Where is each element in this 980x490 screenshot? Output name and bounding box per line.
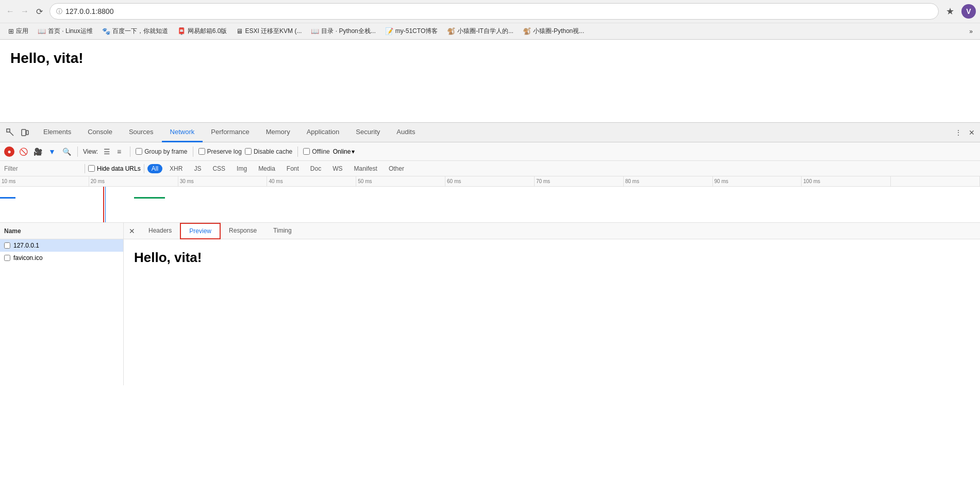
filter-type-font[interactable]: Font	[283, 164, 303, 173]
filter-type-doc[interactable]: Doc	[306, 164, 325, 173]
svg-line-1	[10, 132, 13, 136]
name-row-127-label: 127.0.0.1	[13, 242, 39, 249]
bookmark-python[interactable]: 📖 目录 · Python全栈...	[307, 25, 379, 37]
filter-type-ws[interactable]: WS	[328, 164, 346, 173]
detail-tab-response[interactable]: Response	[221, 223, 265, 239]
toggle-device-button[interactable]	[19, 126, 31, 139]
bookmark-51cto-label: my-51CTO博客	[395, 27, 438, 36]
filter-type-img[interactable]: Img	[232, 164, 251, 173]
disable-cache-checkbox[interactable]	[245, 148, 252, 155]
select-element-button[interactable]	[4, 126, 16, 139]
bookmark-51cto[interactable]: 📝 my-51CTO博客	[381, 25, 442, 37]
filter-type-js[interactable]: JS	[190, 164, 205, 173]
preview-hello-vita: Hello, vita!	[134, 250, 970, 266]
name-list: 127.0.0.1 favicon.ico	[0, 239, 123, 385]
tab-memory[interactable]: Memory	[258, 123, 298, 142]
tab-network[interactable]: Network	[162, 123, 203, 142]
filter-separator-1	[85, 164, 85, 173]
devtools-close-button[interactable]: ✕	[966, 126, 978, 139]
search-button[interactable]: 🔍	[61, 146, 72, 157]
bookmark-xiaoyuan2-label: 小猿圈-Python视...	[533, 27, 584, 36]
bookmarks-bar: ⊞ 应用 📖 首页 · Linux运维 🐾 百度一下，你就知道 📮 网易邮箱6.…	[0, 23, 980, 39]
toolbar-separator-3	[193, 146, 193, 157]
timeline-vline-red	[103, 187, 104, 223]
offline-label[interactable]: Offline	[303, 148, 329, 155]
timeline-vline-blue	[105, 187, 106, 223]
disable-cache-label[interactable]: Disable cache	[245, 148, 292, 155]
detail-close-button[interactable]: ✕	[124, 223, 140, 239]
clear-button[interactable]: 🚫	[18, 146, 29, 157]
avatar: V	[961, 4, 976, 19]
tab-elements[interactable]: Elements	[35, 123, 79, 142]
tab-security[interactable]: Security	[347, 123, 388, 142]
camera-button[interactable]: 🎥	[32, 146, 43, 157]
online-dropdown[interactable]: Online ▾	[333, 148, 355, 155]
timeline-ruler: 10 ms 20 ms 30 ms 40 ms 50 ms 60 ms 70 m…	[0, 176, 980, 187]
tick-end	[891, 176, 980, 186]
filter-type-other[interactable]: Other	[385, 164, 408, 173]
group-by-frame-checkbox[interactable]	[136, 148, 142, 155]
detail-tab-headers[interactable]: Headers	[140, 223, 180, 239]
book-icon: 📖	[38, 27, 46, 35]
tick-80ms: 80 ms	[624, 176, 713, 186]
filter-type-media[interactable]: Media	[254, 164, 279, 173]
group-by-frame-label[interactable]: Group by frame	[136, 148, 187, 155]
filter-type-xhr[interactable]: XHR	[165, 164, 187, 173]
bookmark-linux[interactable]: 📖 首页 · Linux运维	[34, 25, 97, 37]
offline-checkbox[interactable]	[303, 148, 310, 155]
svg-rect-2	[22, 129, 26, 136]
bookmark-xiaoyuan2[interactable]: 🐒 小猿圈-Python视...	[519, 25, 588, 37]
bookmark-esxi[interactable]: 🖥 ESXI 迁移至KVM (...	[232, 25, 306, 37]
bookmark-more-button[interactable]: »	[966, 26, 976, 37]
bookmark-email[interactable]: 📮 网易邮箱6.0版	[173, 25, 231, 37]
page-content: Hello, vita!	[0, 40, 980, 122]
tab-audits[interactable]: Audits	[388, 123, 423, 142]
bookmark-baidu[interactable]: 🐾 百度一下，你就知道	[98, 25, 172, 37]
devtools-more-button[interactable]: ⋮	[952, 126, 965, 139]
bookmark-baidu-label: 百度一下，你就知道	[112, 27, 168, 36]
detail-tab-preview[interactable]: Preview	[180, 223, 221, 239]
address-bar[interactable]: ⓘ 127.0.0.1:8800	[49, 3, 939, 20]
hide-data-urls-label[interactable]: Hide data URLs	[88, 165, 141, 172]
back-button[interactable]: ←	[4, 5, 16, 18]
tick-20ms: 20 ms	[89, 176, 178, 186]
list-view-button[interactable]: ☰	[101, 146, 112, 157]
forward-button[interactable]: →	[19, 5, 31, 18]
url-text: 127.0.0.1:8800	[65, 7, 932, 15]
name-row-127-checkbox[interactable]	[4, 242, 10, 249]
record-button[interactable]: ●	[4, 146, 14, 157]
waterfall-view-button[interactable]: ≡	[113, 146, 125, 157]
filter-type-css[interactable]: CSS	[208, 164, 229, 173]
tab-performance[interactable]: Performance	[203, 123, 257, 142]
browser-chrome: ← → ⟳ ⓘ 127.0.0.1:8800 ★ V ⊞ 应用 📖 首页 · L…	[0, 0, 980, 40]
preserve-log-checkbox[interactable]	[198, 148, 205, 155]
name-row-favicon-checkbox[interactable]	[4, 255, 10, 261]
tab-console[interactable]: Console	[79, 123, 121, 142]
view-label: View:	[83, 148, 98, 155]
filter-type-manifest[interactable]: Manifest	[350, 164, 381, 173]
tab-application[interactable]: Application	[298, 123, 348, 142]
bookmark-xiaoyuan1[interactable]: 🐒 小猿圈-IT自学人的...	[443, 25, 518, 37]
bookmark-apps[interactable]: ⊞ 应用	[4, 25, 32, 37]
bookmark-esxi-label: ESXI 迁移至KVM (...	[245, 27, 302, 36]
reload-button[interactable]: ⟳	[33, 5, 45, 18]
preserve-log-label[interactable]: Preserve log	[198, 148, 242, 155]
name-row-favicon[interactable]: favicon.ico	[0, 252, 123, 264]
tick-60ms: 60 ms	[445, 176, 535, 186]
tab-sources[interactable]: Sources	[121, 123, 162, 142]
toolbar-separator-2	[130, 146, 130, 157]
timeline-area: 10 ms 20 ms 30 ms 40 ms 50 ms 60 ms 70 m…	[0, 176, 980, 223]
detail-panel: ✕ Headers Preview Response Timing Hello,…	[124, 223, 980, 385]
baidu-icon: 🐾	[102, 27, 110, 35]
filter-button[interactable]: ▼	[46, 146, 58, 157]
bookmark-star-button[interactable]: ★	[943, 4, 957, 19]
filter-type-all[interactable]: All	[147, 164, 162, 173]
name-row-127[interactable]: 127.0.0.1	[0, 239, 123, 252]
name-panel: Name 127.0.0.1 favicon.ico	[0, 223, 124, 385]
detail-tab-timing[interactable]: Timing	[265, 223, 300, 239]
toolbar-right: ★ V	[943, 4, 976, 19]
browser-toolbar: ← → ⟳ ⓘ 127.0.0.1:8800 ★ V	[0, 0, 980, 23]
tick-10ms: 10 ms	[0, 176, 89, 186]
filter-input[interactable]	[4, 165, 81, 172]
hide-data-urls-checkbox[interactable]	[88, 165, 95, 172]
